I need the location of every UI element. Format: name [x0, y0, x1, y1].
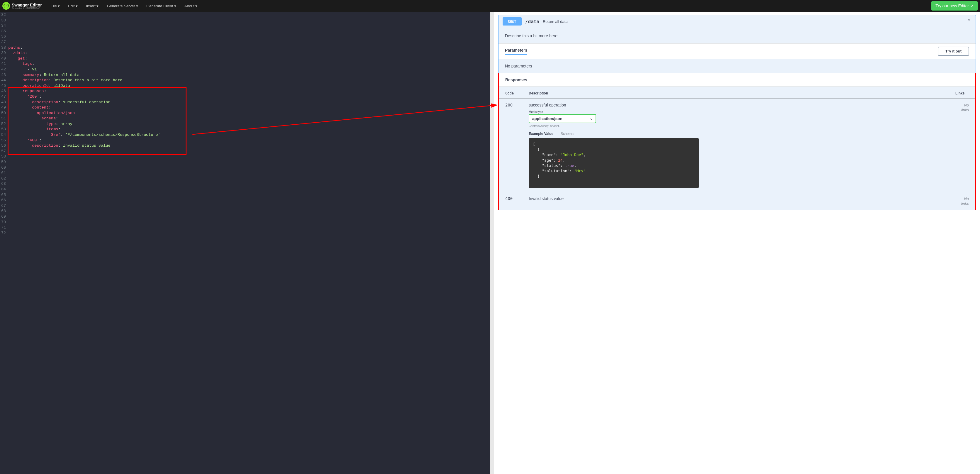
code-line[interactable]: description: successful operation — [8, 100, 161, 105]
menu-item[interactable]: File ▾ — [47, 2, 64, 10]
operation-summary-text: Return all data — [543, 19, 568, 24]
brand-text: Swagger Editor — [12, 3, 42, 7]
menu-item[interactable]: Edit ▾ — [65, 2, 81, 10]
response-description-cell: Invalid status value — [522, 192, 949, 210]
operation-path: /data — [525, 19, 539, 24]
media-hint: Controls Accept header. — [529, 124, 942, 127]
code-line[interactable] — [8, 220, 161, 225]
example-value-box[interactable]: [ { "name": "John Doe", "age": 24, "stat… — [529, 138, 699, 188]
code-line[interactable] — [8, 192, 161, 198]
code-line[interactable] — [8, 198, 161, 203]
code-line[interactable]: schema: — [8, 116, 161, 121]
code-line[interactable] — [8, 29, 161, 34]
code-line[interactable]: content: — [8, 105, 161, 111]
response-code: 400 — [499, 192, 522, 210]
try-it-out-button[interactable]: Try it out — [938, 47, 969, 56]
code-line[interactable]: description: Invalid status value — [8, 143, 161, 149]
line-numbers: 3233343536373839404142434445464748495051… — [0, 12, 8, 236]
code-line[interactable] — [8, 18, 161, 24]
tab-example-value[interactable]: Example Value — [529, 132, 556, 136]
code-line[interactable] — [8, 225, 161, 231]
code-line[interactable] — [8, 149, 161, 154]
try-new-editor-button[interactable]: Try our new Editor ↗ — [931, 1, 978, 11]
tab-schema[interactable]: Schema — [561, 132, 576, 136]
code-line[interactable]: '200': — [8, 94, 161, 100]
code-line[interactable] — [8, 34, 161, 40]
model-tabs: Example ValueSchema — [529, 132, 942, 136]
responses-label: Responses — [499, 73, 975, 86]
brand-subtext: Supported by SMARTBEAR — [12, 7, 42, 9]
menu-item[interactable]: Generate Client ▾ — [143, 2, 180, 10]
response-code: 200 — [499, 99, 522, 192]
code-line[interactable]: '400': — [8, 138, 161, 143]
operation-description: Describe this a bit more here — [498, 28, 975, 43]
code-line[interactable]: summary: Return all data — [8, 72, 161, 78]
code-line[interactable] — [8, 208, 161, 214]
col-links: Links — [949, 86, 975, 99]
response-links: No links — [949, 192, 975, 210]
code-line[interactable] — [8, 176, 161, 181]
code-line[interactable] — [8, 23, 161, 29]
code-line[interactable] — [8, 159, 161, 165]
code-line[interactable]: paths: — [8, 45, 161, 51]
media-type-select[interactable]: application/json — [529, 114, 596, 123]
code-line[interactable] — [8, 12, 161, 18]
operation-summary-row[interactable]: GET /data Return all data ⌃ — [498, 15, 975, 28]
response-description: Invalid status value — [529, 196, 942, 201]
code-line[interactable]: application/json: — [8, 111, 161, 116]
no-parameters-text: No parameters — [498, 59, 975, 73]
response-description-cell: successful operationMedia typeapplicatio… — [522, 99, 949, 192]
menu-bar: File ▾Edit ▾Insert ▾Generate Server ▾Gen… — [47, 2, 201, 10]
code-line[interactable]: type: array — [8, 121, 161, 127]
response-row: 200successful operationMedia typeapplica… — [499, 99, 975, 192]
method-badge: GET — [503, 17, 522, 25]
response-row: 400Invalid status valueNo links — [499, 192, 975, 210]
code-area[interactable]: paths: /data: get: tags: - v1 summary: R… — [8, 12, 161, 236]
logo[interactable]: {·} Swagger Editor Supported by SMARTBEA… — [2, 2, 42, 10]
response-description: successful operation — [529, 103, 942, 107]
swagger-icon: {·} — [2, 2, 10, 10]
code-line[interactable]: operationId: allData — [8, 83, 161, 89]
code-line[interactable]: $ref: '#/components/schemas/ResponseStru… — [8, 132, 161, 138]
operation-block: GET /data Return all data ⌃ Describe thi… — [498, 15, 976, 210]
col-description: Description — [522, 86, 949, 99]
code-line[interactable] — [8, 181, 161, 187]
code-editor[interactable]: 3233343536373839404142434445464748495051… — [0, 12, 490, 474]
code-line[interactable]: get: — [8, 56, 161, 62]
code-line[interactable]: tags: — [8, 61, 161, 67]
code-line[interactable] — [8, 203, 161, 209]
code-line[interactable] — [8, 214, 161, 220]
code-line[interactable] — [8, 154, 161, 159]
split-gutter[interactable] — [490, 12, 494, 474]
responses-section: Responses Code Description Links 200succ… — [498, 73, 976, 210]
code-line[interactable] — [8, 165, 161, 171]
col-code: Code — [499, 86, 522, 99]
code-line[interactable]: description: Describe this a bit more he… — [8, 78, 161, 83]
code-line[interactable] — [8, 170, 161, 176]
code-line[interactable] — [8, 187, 161, 192]
response-links: No links — [949, 99, 975, 192]
chevron-up-icon[interactable]: ⌃ — [967, 18, 972, 25]
menu-item[interactable]: Insert ▾ — [83, 2, 102, 10]
topbar: {·} Swagger Editor Supported by SMARTBEA… — [0, 0, 980, 12]
menu-item[interactable]: Generate Server ▾ — [103, 2, 142, 10]
code-line[interactable]: /data: — [8, 51, 161, 56]
swagger-preview: GET /data Return all data ⌃ Describe thi… — [494, 12, 980, 474]
menu-item[interactable]: About ▾ — [181, 2, 201, 10]
media-type-label: Media type — [529, 110, 942, 113]
code-line[interactable]: - v1 — [8, 67, 161, 72]
code-line[interactable]: responses: — [8, 89, 161, 94]
parameters-label: Parameters — [505, 48, 527, 55]
responses-table: Code Description Links 200successful ope… — [499, 86, 975, 210]
code-line[interactable] — [8, 40, 161, 45]
code-line[interactable] — [8, 231, 161, 236]
parameters-header-row: Parameters Try it out — [498, 43, 975, 59]
code-line[interactable]: items: — [8, 127, 161, 132]
